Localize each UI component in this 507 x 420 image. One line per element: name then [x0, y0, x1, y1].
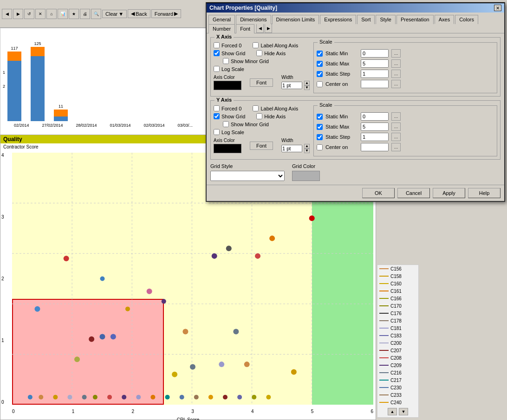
x-static-step-checkbox[interactable] [317, 71, 323, 77]
legend-item: C200 [377, 339, 418, 347]
tab-nav-right[interactable]: ▶ [265, 24, 272, 33]
x-scale-title: Scale [318, 39, 334, 45]
y-static-step-dots[interactable]: … [391, 133, 401, 141]
x-label-along-checkbox[interactable] [253, 42, 259, 48]
y-font-button[interactable]: Font [250, 142, 273, 150]
y-static-max-checkbox[interactable] [317, 124, 323, 130]
grid-style-select[interactable] [210, 171, 285, 181]
chart-btn[interactable]: 📊 [58, 9, 68, 19]
legend-color-swatch [379, 291, 389, 291]
grid-color-swatch[interactable] [292, 171, 320, 181]
date-4: 01/03/2014 [110, 123, 130, 128]
y-static-min-dots[interactable]: … [391, 112, 401, 121]
ok-button[interactable]: OK [362, 188, 395, 198]
x-center-on-dots[interactable]: … [391, 80, 401, 88]
tab-expressions[interactable]: Expressions [320, 15, 356, 24]
y-minor-grid-label: Show Minor Grid [231, 122, 269, 127]
x-log-scale-checkbox[interactable] [214, 66, 220, 72]
y-static-max-dots[interactable]: … [391, 123, 401, 131]
x-static-step-dots[interactable]: … [391, 70, 401, 78]
y-label-along-checkbox[interactable] [253, 105, 259, 111]
x-width-up[interactable]: ▲ [304, 81, 310, 85]
bar-blue-3 [54, 116, 68, 121]
x-minor-grid-checkbox[interactable] [223, 58, 229, 64]
back-button[interactable]: ◀ Back [128, 9, 150, 18]
y-minor-grid-checkbox[interactable] [223, 121, 229, 127]
tab-style[interactable]: Style [376, 15, 395, 24]
x-static-min-checkbox[interactable] [317, 51, 323, 57]
fwd-btn[interactable]: ▶ [13, 9, 23, 19]
y-show-grid-checkbox[interactable] [214, 113, 220, 119]
dialog-close-button[interactable]: ✕ [494, 5, 501, 11]
y-axis-color-swatch[interactable] [214, 144, 241, 153]
back-btn[interactable]: ◀ [2, 9, 12, 19]
stop-btn[interactable]: ✕ [35, 9, 46, 19]
y-width-up[interactable]: ▲ [304, 144, 310, 149]
y-center-on-dots[interactable]: … [391, 143, 401, 151]
legend-color-swatch [379, 276, 389, 277]
clear-button[interactable]: Clear ▼ [102, 10, 127, 18]
x-width-input[interactable] [281, 82, 302, 89]
cancel-button[interactable]: Cancel [397, 188, 430, 198]
x-show-grid-checkbox[interactable] [214, 50, 220, 56]
home-btn[interactable]: ⌂ [46, 9, 57, 19]
y-center-on-checkbox[interactable] [317, 144, 323, 150]
y-forced0-checkbox[interactable] [214, 105, 220, 111]
y-width-input[interactable] [281, 145, 302, 152]
reload-btn[interactable]: ↺ [24, 9, 34, 19]
tab-colors[interactable]: Colors [455, 15, 478, 24]
tab-sort[interactable]: Sort [357, 15, 375, 24]
y-minorgrid-row: Show Minor Grid [223, 121, 310, 127]
tab-presentation[interactable]: Presentation [396, 15, 434, 24]
search-btn[interactable]: 🔍 [91, 9, 101, 19]
tab-dimension-limits[interactable]: Dimension Limits [272, 15, 319, 24]
x-width-down[interactable]: ▼ [304, 85, 310, 90]
x-static-min-dots[interactable]: … [391, 49, 401, 58]
x-forced0-checkbox[interactable] [214, 42, 220, 48]
legend-item: C170 [377, 302, 418, 310]
dialog-footer: OK Cancel Apply Help [207, 185, 504, 201]
tab-general[interactable]: General [208, 15, 235, 24]
legend-item: C183 [377, 332, 418, 339]
y-width-down[interactable]: ▼ [304, 149, 310, 153]
legend-down-btn[interactable]: ▼ [399, 408, 408, 415]
print-btn[interactable]: 🖨 [80, 9, 90, 19]
x-forced0-row: Forced 0 Label Along Axis [214, 42, 310, 48]
x-static-min-input[interactable] [361, 49, 389, 58]
quad-red [12, 299, 164, 405]
x-axis-color-swatch[interactable] [214, 81, 241, 90]
tab-font[interactable]: Font [236, 24, 254, 33]
tab-number[interactable]: Number [208, 24, 235, 33]
x-center-on-input[interactable] [361, 80, 389, 88]
y-static-max-input[interactable] [361, 123, 389, 131]
x-font-button[interactable]: Font [250, 78, 273, 87]
legend-item: C216 [377, 369, 418, 376]
y-center-on-input[interactable] [361, 143, 389, 151]
y-static-min-checkbox[interactable] [317, 114, 323, 120]
x-hide-axis-checkbox[interactable] [256, 50, 262, 56]
x-static-step-input[interactable] [361, 70, 389, 78]
x-static-max-input[interactable] [361, 59, 389, 68]
forward-button[interactable]: Forward ▶ [151, 9, 181, 18]
legend-nav[interactable]: ▲ ▼ [377, 406, 418, 417]
y-show-grid-label: Show Grid [221, 114, 245, 119]
x-minorgrid-row: Show Minor Grid [223, 58, 310, 64]
x-static-max-checkbox[interactable] [317, 61, 323, 67]
y-log-scale-checkbox[interactable] [214, 129, 220, 135]
legend-label: C156 [390, 266, 402, 271]
help-button[interactable]: Help [468, 188, 500, 198]
y-static-min-input[interactable] [361, 112, 389, 121]
x-static-max-dots[interactable]: … [391, 59, 401, 68]
tab-dimensions[interactable]: Dimensions [236, 15, 271, 24]
legend-container: C156C158C160C161C166C170C176C178C181C183… [377, 265, 418, 406]
y-hide-axis-checkbox[interactable] [256, 113, 262, 119]
y-static-step-input[interactable] [361, 133, 389, 141]
legend-up-btn[interactable]: ▲ [388, 408, 397, 415]
x-axis-color-label: Axis Color [214, 75, 241, 80]
star-btn[interactable]: ★ [69, 9, 79, 19]
tab-nav-left[interactable]: ◀ [256, 24, 264, 33]
y-static-step-checkbox[interactable] [317, 134, 323, 140]
x-center-on-checkbox[interactable] [317, 81, 323, 87]
tab-axes[interactable]: Axes [435, 15, 454, 24]
apply-button[interactable]: Apply [433, 188, 465, 198]
